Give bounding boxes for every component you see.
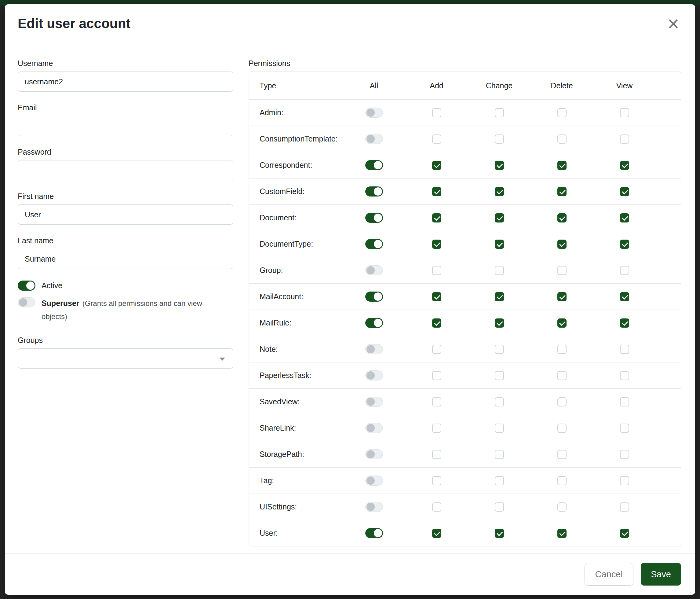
perm-view-checkbox[interactable] — [620, 529, 629, 538]
perm-view-checkbox[interactable] — [620, 161, 629, 170]
perm-all-toggle[interactable] — [365, 423, 383, 433]
perm-add-checkbox[interactable] — [432, 371, 441, 380]
toggle-knob — [367, 371, 375, 380]
perm-view-checkbox[interactable] — [620, 213, 629, 222]
cancel-button[interactable]: Cancel — [584, 563, 633, 585]
perm-add-checkbox[interactable] — [432, 266, 441, 275]
perm-view-checkbox[interactable] — [620, 240, 629, 249]
perm-add-checkbox[interactable] — [432, 424, 441, 433]
perm-delete-checkbox[interactable] — [557, 502, 567, 511]
perm-change-checkbox[interactable] — [495, 266, 504, 275]
perm-view-checkbox[interactable] — [620, 345, 629, 354]
save-button[interactable]: Save — [641, 563, 681, 585]
perm-add-checkbox[interactable] — [432, 529, 441, 538]
perm-add-checkbox[interactable] — [432, 108, 441, 117]
perm-view-checkbox[interactable] — [620, 108, 629, 117]
perm-all-toggle[interactable] — [365, 239, 383, 249]
perm-view-checkbox[interactable] — [620, 371, 629, 380]
perm-add-checkbox[interactable] — [432, 161, 441, 170]
perm-all-toggle[interactable] — [365, 160, 383, 170]
superuser-toggle[interactable] — [18, 297, 35, 308]
perm-all-toggle[interactable] — [365, 344, 383, 354]
perm-change-checkbox[interactable] — [495, 371, 504, 380]
first-name-input[interactable] — [18, 205, 233, 224]
active-toggle[interactable] — [18, 281, 35, 291]
perm-delete-checkbox[interactable] — [557, 371, 567, 380]
groups-select[interactable] — [18, 349, 233, 368]
perm-all-toggle[interactable] — [365, 318, 383, 328]
perm-change-checkbox[interactable] — [495, 135, 504, 144]
perm-delete-checkbox[interactable] — [557, 187, 567, 196]
perm-add-checkbox[interactable] — [432, 213, 441, 222]
perm-delete-checkbox[interactable] — [557, 135, 567, 144]
perm-all-toggle[interactable] — [365, 476, 383, 486]
perm-change-checkbox[interactable] — [495, 529, 504, 538]
perm-delete-checkbox[interactable] — [557, 345, 567, 354]
perm-all-toggle[interactable] — [365, 397, 383, 407]
perm-change-checkbox[interactable] — [495, 450, 504, 459]
perm-delete-checkbox[interactable] — [557, 240, 567, 249]
perm-delete-checkbox[interactable] — [557, 108, 567, 117]
perm-delete-checkbox[interactable] — [557, 266, 567, 275]
perm-delete-checkbox[interactable] — [557, 318, 567, 328]
perm-add-checkbox[interactable] — [432, 187, 441, 196]
perm-view-checkbox[interactable] — [620, 476, 629, 485]
perm-view-checkbox[interactable] — [620, 424, 629, 433]
perm-change-checkbox[interactable] — [495, 397, 504, 406]
perm-add-checkbox[interactable] — [432, 397, 441, 406]
perm-all-toggle[interactable] — [365, 291, 383, 302]
perm-change-checkbox[interactable] — [495, 161, 504, 170]
permission-row: ConsumptionTemplate: — [249, 126, 681, 152]
perm-view-checkbox[interactable] — [620, 187, 629, 196]
perm-view-checkbox[interactable] — [620, 318, 629, 328]
close-button[interactable]: × — [666, 14, 681, 33]
perm-add-checkbox[interactable] — [432, 345, 441, 354]
perm-delete-checkbox[interactable] — [557, 450, 567, 459]
perm-delete-checkbox[interactable] — [557, 397, 567, 406]
perm-all-toggle[interactable] — [365, 213, 383, 223]
perm-all-toggle[interactable] — [365, 528, 383, 538]
perm-view-checkbox[interactable] — [620, 450, 629, 459]
perm-add-checkbox[interactable] — [432, 450, 441, 459]
perm-change-checkbox[interactable] — [495, 476, 504, 485]
perm-add-checkbox[interactable] — [432, 476, 441, 485]
perm-add-checkbox[interactable] — [432, 502, 441, 511]
perm-change-checkbox[interactable] — [495, 502, 504, 511]
perm-change-checkbox[interactable] — [495, 187, 504, 196]
perm-all-toggle[interactable] — [365, 107, 383, 118]
perm-add-checkbox[interactable] — [432, 318, 441, 328]
perm-add-checkbox[interactable] — [432, 292, 441, 301]
perm-change-checkbox[interactable] — [495, 108, 504, 117]
perm-all-toggle[interactable] — [365, 449, 383, 459]
perm-view-checkbox[interactable] — [620, 292, 629, 301]
perm-view-checkbox[interactable] — [620, 397, 629, 406]
last-name-input[interactable] — [18, 249, 233, 269]
email-input[interactable] — [18, 116, 233, 136]
perm-delete-checkbox[interactable] — [557, 292, 567, 301]
username-input[interactable] — [18, 72, 233, 92]
perm-view-checkbox[interactable] — [620, 502, 629, 511]
perm-delete-checkbox[interactable] — [557, 213, 567, 222]
perm-add-checkbox[interactable] — [432, 135, 441, 144]
perm-change-checkbox[interactable] — [495, 345, 504, 354]
perm-change-checkbox[interactable] — [495, 424, 504, 433]
perm-all-toggle[interactable] — [365, 370, 383, 381]
perm-all-toggle[interactable] — [365, 502, 383, 512]
perm-add-checkbox[interactable] — [432, 240, 441, 249]
perm-delete-checkbox[interactable] — [557, 529, 567, 538]
perm-view-checkbox[interactable] — [620, 266, 629, 275]
perm-change-checkbox[interactable] — [495, 292, 504, 301]
perm-change-checkbox[interactable] — [495, 213, 504, 222]
perm-delete-checkbox[interactable] — [557, 476, 567, 485]
perm-change-checkbox[interactable] — [495, 240, 504, 249]
perm-all-toggle[interactable] — [365, 265, 383, 275]
perm-change-checkbox[interactable] — [495, 318, 504, 328]
password-input[interactable] — [18, 160, 233, 180]
password-label: Password — [18, 148, 233, 157]
perm-view-checkbox[interactable] — [620, 135, 629, 144]
permissions-header-row: Type All Add Change Delete View — [249, 72, 681, 99]
perm-delete-checkbox[interactable] — [557, 161, 567, 170]
perm-all-toggle[interactable] — [365, 134, 383, 144]
perm-all-toggle[interactable] — [365, 186, 383, 196]
perm-delete-checkbox[interactable] — [557, 424, 567, 433]
